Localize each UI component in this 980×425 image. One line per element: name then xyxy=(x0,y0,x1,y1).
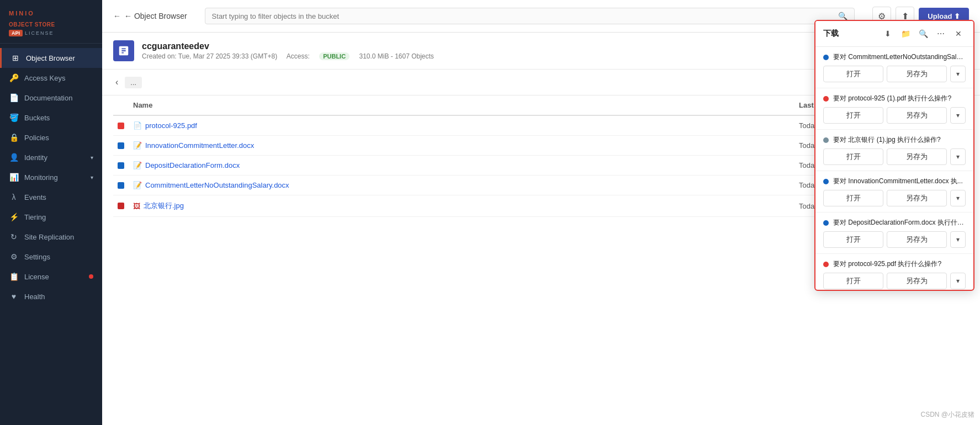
sidebar-item-label: License xyxy=(24,273,83,281)
sidebar-item-label: Object Browser xyxy=(26,54,93,62)
collapse-button[interactable]: ‹ xyxy=(113,75,120,89)
panel-download-icon[interactable]: ⬇ xyxy=(881,26,895,41)
download-item-header: 要对 protocol-925.pdf 执行什么操作? xyxy=(823,259,966,269)
open-button[interactable]: 打开 xyxy=(823,66,883,82)
save-dropdown-button[interactable]: ▾ xyxy=(950,190,966,206)
sidebar-item-object-browser[interactable]: ⊞ Object Browser xyxy=(0,48,102,68)
sidebar-item-site-replication[interactable]: ↻ Site Replication xyxy=(0,227,102,247)
file-type-dot xyxy=(823,179,829,184)
sidebar-item-policies[interactable]: 🔒 Policies xyxy=(0,128,102,147)
chevron-down-icon: ▾ xyxy=(91,155,93,161)
sidebar-item-license[interactable]: 📋 License xyxy=(0,267,102,286)
sidebar-item-buckets[interactable]: 🪣 Buckets xyxy=(0,108,102,128)
sidebar-item-label: Access Keys xyxy=(24,74,93,82)
save-as-button[interactable]: 另存为 xyxy=(887,107,947,124)
logo-minio-text: MINIO xyxy=(9,10,93,17)
search-icon: 🔍 xyxy=(838,12,847,20)
object-browser-icon: ⊞ xyxy=(10,54,20,62)
health-icon: ♥ xyxy=(9,292,19,301)
file-type-dot xyxy=(823,137,829,143)
panel-search-icon[interactable]: 🔍 xyxy=(916,26,930,41)
save-as-button[interactable]: 另存为 xyxy=(887,66,947,82)
sidebar-item-documentation[interactable]: 📄 Documentation xyxy=(0,88,102,108)
download-file-name: 要对 北京银行 (1).jpg 执行什么操作? xyxy=(833,135,966,145)
bucket-name: ccguaranteedev xyxy=(142,41,442,51)
sidebar-navigation: ⊞ Object Browser 🔑 Access Keys 📄 Documen… xyxy=(0,44,102,425)
download-item-header: 要对 InnovationCommitmentLetter.docx 执... xyxy=(823,177,966,186)
file-name-cell[interactable]: 🖼 北京银行.jpg xyxy=(133,201,799,211)
sidebar-item-identity[interactable]: 👤 Identity ▾ xyxy=(0,147,102,167)
file-name-text: DepositDeclarationForm.docx xyxy=(145,161,240,169)
file-name-text: 北京银行.jpg xyxy=(144,201,184,211)
chevron-down-icon: ▾ xyxy=(91,174,93,180)
file-name-cell[interactable]: 📝 CommitmentLetterNoOutstandingSalary.do… xyxy=(133,181,799,189)
save-as-button[interactable]: 另存为 xyxy=(887,190,947,206)
site-replication-icon: ↻ xyxy=(9,232,19,241)
panel-folder-icon[interactable]: 📁 xyxy=(898,26,913,41)
open-button[interactable]: 打开 xyxy=(823,273,883,289)
license-dot xyxy=(89,274,93,279)
download-item-header: 要对 北京银行 (1).jpg 执行什么操作? xyxy=(823,135,966,145)
buckets-icon: 🪣 xyxy=(9,113,19,122)
save-as-button[interactable]: 另存为 xyxy=(887,273,947,289)
monitoring-icon: 📊 xyxy=(9,173,19,182)
file-name-cell[interactable]: 📝 InnovationCommitmentLetter.docx xyxy=(133,141,799,150)
save-dropdown-button[interactable]: ▾ xyxy=(950,107,966,124)
save-as-button[interactable]: 另存为 xyxy=(887,231,947,248)
file-name-cell[interactable]: 📝 DepositDeclarationForm.docx xyxy=(133,161,799,169)
sidebar-item-settings[interactable]: ⚙ Settings xyxy=(0,247,102,267)
sidebar-item-label: Documentation xyxy=(24,94,93,102)
sidebar-item-label: Site Replication xyxy=(24,233,93,241)
download-file-name: 要对 InnovationCommitmentLetter.docx 执... xyxy=(833,177,966,186)
download-list: 要对 CommitmentLetterNoOutstandingSalar...… xyxy=(815,47,973,290)
tiering-icon: ⚡ xyxy=(9,212,19,221)
sidebar-item-monitoring[interactable]: 📊 Monitoring ▾ xyxy=(0,167,102,187)
panel-close-button[interactable]: ✕ xyxy=(951,26,966,41)
save-as-button[interactable]: 另存为 xyxy=(887,148,947,165)
save-dropdown-button[interactable]: ▾ xyxy=(950,148,966,165)
bucket-size: 310.0 MiB - 1607 Objects xyxy=(359,52,433,60)
download-file-name: 要对 protocol-925 (1).pdf 执行什么操作? xyxy=(833,94,966,103)
file-name-cell[interactable]: 📄 protocol-925.pdf xyxy=(133,121,799,130)
sidebar-item-tiering[interactable]: ⚡ Tiering xyxy=(0,207,102,227)
download-panel: 下载 ⬇ 📁 🔍 ⋯ ✕ 要对 CommitmentLetterNoOutsta… xyxy=(814,20,974,291)
logo-object-store-text: OBJECT STORE xyxy=(9,17,93,29)
open-button[interactable]: 打开 xyxy=(823,107,883,124)
sidebar: MINIO OBJECT STORE API LICENSE ⊞ Object … xyxy=(0,0,102,425)
bucket-access-badge: PUBLIC xyxy=(319,52,349,60)
save-dropdown-button[interactable]: ▾ xyxy=(950,66,966,82)
sidebar-item-label: Buckets xyxy=(24,114,93,122)
sidebar-item-label: Policies xyxy=(24,134,93,142)
policies-icon: 🔒 xyxy=(9,133,19,142)
file-color-indicator xyxy=(118,203,124,209)
documentation-icon: 📄 xyxy=(9,93,19,102)
download-item-actions: 打开 另存为 ▾ xyxy=(823,273,966,289)
sidebar-item-health[interactable]: ♥ Health xyxy=(0,286,102,306)
sidebar-item-label: Monitoring xyxy=(24,173,85,182)
bucket-meta: Created on: Tue, Mar 27 2025 39:33 (GMT+… xyxy=(142,52,442,60)
search-input[interactable] xyxy=(212,12,834,20)
bucket-details: ccguaranteedev Created on: Tue, Mar 27 2… xyxy=(142,41,442,60)
download-file-name: 要对 protocol-925.pdf 执行什么操作? xyxy=(833,259,966,269)
back-button[interactable]: ← ← Object Browser xyxy=(113,12,187,20)
download-item: 要对 北京银行 (1).jpg 执行什么操作? 打开 另存为 ▾ xyxy=(815,130,973,171)
sidebar-item-access-keys[interactable]: 🔑 Access Keys xyxy=(0,68,102,88)
download-item: 要对 InnovationCommitmentLetter.docx 执... … xyxy=(815,171,973,212)
panel-more-icon[interactable]: ⋯ xyxy=(934,26,948,41)
open-button[interactable]: 打开 xyxy=(823,148,883,165)
open-button[interactable]: 打开 xyxy=(823,190,883,206)
sidebar-item-events[interactable]: λ Events xyxy=(0,187,102,207)
save-dropdown-button[interactable]: ▾ xyxy=(950,231,966,248)
download-item: 要对 protocol-925.pdf 执行什么操作? 打开 另存为 ▾ xyxy=(815,254,973,290)
sidebar-item-label: Identity xyxy=(24,153,85,162)
sidebar-item-label: Settings xyxy=(24,253,93,261)
save-dropdown-button[interactable]: ▾ xyxy=(950,273,966,289)
file-color-indicator xyxy=(118,162,124,169)
download-item-actions: 打开 另存为 ▾ xyxy=(823,107,966,124)
download-item-actions: 打开 另存为 ▾ xyxy=(823,148,966,165)
open-button[interactable]: 打开 xyxy=(823,231,883,248)
download-file-name: 要对 DepositDeclarationForm.docx 执行什么... xyxy=(833,218,966,227)
file-type-dot xyxy=(823,220,829,226)
search-bar[interactable]: 🔍 xyxy=(205,8,855,24)
download-item-actions: 打开 另存为 ▾ xyxy=(823,190,966,206)
